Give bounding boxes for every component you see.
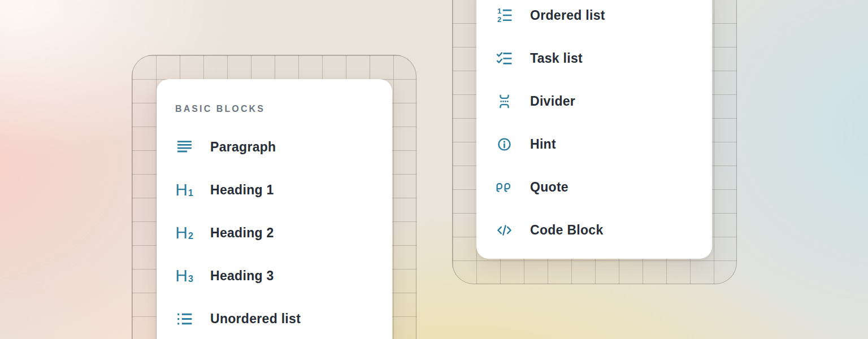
menu-item-label: Paragraph (210, 140, 276, 155)
heading-2-icon: H2 (175, 224, 193, 242)
advanced-blocks-menu: 1 2 Ordered list Task list (476, 0, 712, 259)
menu-item-label: Hint (530, 137, 556, 152)
menu-item-hint[interactable]: Hint (495, 123, 712, 166)
menu-item-heading-1[interactable]: H1 Heading 1 (175, 168, 392, 211)
section-label: BASIC BLOCKS (175, 102, 392, 116)
code-block-icon (495, 221, 513, 239)
menu-item-label: Heading 2 (210, 225, 274, 241)
menu-item-label: Divider (530, 94, 575, 109)
ordered-list-icon: 1 2 (495, 6, 513, 24)
menu-item-label: Quote (530, 180, 568, 195)
paragraph-icon (175, 138, 193, 156)
menu-item-task-list[interactable]: Task list (495, 37, 712, 80)
menu-item-quote[interactable]: Quote (495, 166, 712, 208)
divider-icon (495, 92, 513, 110)
unordered-list-icon (175, 310, 193, 328)
svg-text:1: 1 (497, 7, 501, 15)
menu-item-label: Task list (530, 51, 583, 66)
menu-item-code-block[interactable]: Code Block (495, 208, 712, 251)
heading-1-icon: H1 (175, 181, 193, 199)
menu-item-label: Ordered list (530, 8, 605, 23)
quote-icon (495, 178, 513, 196)
task-list-icon (495, 49, 513, 67)
menu-item-unordered-list[interactable]: Unordered list (175, 297, 392, 339)
menu-item-heading-2[interactable]: H2 Heading 2 (175, 211, 392, 254)
basic-blocks-menu: BASIC BLOCKS Paragraph H1 Heading 1 H2 H… (157, 79, 392, 339)
menu-item-label: Code Block (530, 223, 604, 238)
menu-item-heading-3[interactable]: H3 Heading 3 (175, 254, 392, 297)
menu-item-label: Heading 1 (210, 182, 274, 198)
menu-item-divider[interactable]: Divider (495, 80, 712, 123)
menu-item-label: Unordered list (210, 311, 301, 327)
svg-text:2: 2 (497, 15, 501, 23)
hint-icon (495, 135, 513, 153)
menu-item-ordered-list[interactable]: 1 2 Ordered list (495, 0, 712, 37)
menu-item-label: Heading 3 (210, 268, 274, 284)
heading-3-icon: H3 (175, 267, 193, 285)
menu-item-paragraph[interactable]: Paragraph (175, 125, 392, 168)
